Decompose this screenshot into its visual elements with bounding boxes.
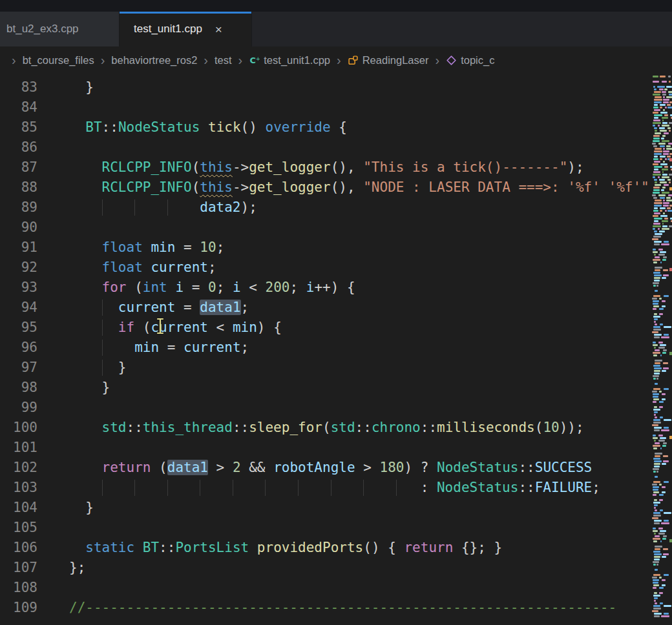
code-token: providedPorts — [257, 540, 363, 555]
code-token: :: — [518, 480, 534, 495]
code-line-content: RCLCPP_INFO(this->get_logger(), "This is… — [69, 158, 584, 178]
line-number[interactable]: 104 — [0, 498, 37, 518]
line-number[interactable]: 106 — [0, 538, 37, 558]
code-token: NodeStatus — [118, 119, 200, 135]
line-number[interactable]: 96 — [0, 338, 37, 358]
code-token: 2 — [233, 460, 241, 475]
line-number[interactable]: 109 — [0, 598, 37, 618]
code-line[interactable]: 107}; — [0, 558, 672, 578]
code-token: ); — [241, 200, 257, 215]
line-number[interactable]: 83 — [0, 77, 37, 97]
indent-guide — [200, 480, 200, 496]
line-number[interactable]: 89 — [0, 198, 37, 218]
line-number[interactable]: 108 — [0, 578, 37, 598]
code-line[interactable]: 105 — [0, 518, 672, 538]
tab-test_unit1[interactable]: test_unit1.cpp × — [120, 12, 252, 46]
code-token: return — [404, 540, 453, 555]
code-line[interactable]: 106 static BT::PortsList providedPorts()… — [0, 538, 672, 558]
code-line[interactable]: 104 } — [0, 498, 672, 518]
line-number[interactable]: 100 — [0, 418, 37, 438]
chevron-right-icon: › — [204, 54, 208, 67]
code-line[interactable]: 87 RCLCPP_INFO(this->get_logger(), "This… — [0, 158, 672, 178]
code-token: ( — [535, 420, 543, 435]
indent-guide — [102, 200, 103, 216]
editor[interactable]: 83 }8485 BT::NodeStatus tick() override … — [0, 74, 672, 625]
code-line[interactable]: 98 } — [0, 378, 672, 398]
code-token: //--------------------------------------… — [69, 600, 616, 615]
breadcrumb-item-bt-course-files[interactable]: bt_course_files — [23, 54, 94, 67]
breadcrumb-item-test-unit1-cpp[interactable]: C+test_unit1.cpp — [249, 54, 330, 67]
code-token: : — [421, 480, 437, 495]
line-number[interactable]: 102 — [0, 458, 37, 478]
line-number[interactable]: 107 — [0, 558, 37, 578]
line-number[interactable]: 105 — [0, 518, 37, 538]
code-line[interactable]: 96 min = current; — [0, 338, 672, 358]
line-number[interactable]: 98 — [0, 378, 37, 398]
code-token: BT — [143, 540, 159, 555]
svg-text:C: C — [250, 56, 256, 65]
code-token: ; — [216, 240, 225, 255]
breadcrumb-item-behaviortree-ros2[interactable]: behaviortree_ros2 — [111, 54, 197, 67]
code-line[interactable]: 101 — [0, 438, 672, 458]
code-line[interactable]: 109//-----------------------------------… — [0, 598, 672, 618]
code-token: }; — [69, 560, 85, 575]
line-number[interactable]: 91 — [0, 238, 37, 258]
code-line[interactable]: 86 — [0, 138, 672, 158]
code-line[interactable]: 94 current = data1; — [0, 298, 672, 318]
code-line[interactable]: 97 } — [0, 358, 672, 378]
code-line[interactable]: 100 std::this_thread::sleep_for(std::chr… — [0, 418, 672, 438]
tab-close-icon[interactable]: × — [213, 23, 225, 36]
code-token — [167, 280, 176, 295]
breadcrumb-item-readinglaser[interactable]: ReadingLaser — [348, 54, 429, 67]
code-line[interactable]: 93 for (int i = 0; i < 200; i++) { — [0, 278, 672, 298]
code-line-content: float current; — [69, 258, 216, 278]
code-token: )); — [560, 420, 584, 435]
line-number[interactable]: 87 — [0, 158, 37, 178]
code-line[interactable]: 90 — [0, 218, 672, 238]
line-number[interactable]: 86 — [0, 138, 37, 158]
code-line[interactable]: 103 : NodeStatus::FAILURE; — [0, 478, 672, 498]
code-line[interactable]: 92 float current; — [0, 258, 672, 278]
chevron-right-icon: › — [101, 54, 105, 67]
code-line[interactable]: 99 — [0, 398, 672, 418]
line-number[interactable]: 92 — [0, 258, 37, 278]
code-token: static — [85, 540, 134, 555]
code-token: ( — [151, 460, 167, 475]
line-number[interactable]: 90 — [0, 218, 37, 238]
minimap-line — [651, 522, 672, 525]
code-line[interactable]: 88 RCLCPP_INFO(this->get_logger(), "NODE… — [0, 178, 672, 198]
code-line[interactable]: 83 } — [0, 77, 672, 97]
line-number[interactable]: 101 — [0, 438, 37, 458]
minimap[interactable] — [651, 74, 672, 625]
line-number[interactable]: 103 — [0, 478, 37, 498]
code-line[interactable]: 89 data2); — [0, 198, 672, 218]
code-token: && — [241, 460, 274, 475]
code-line-content: static BT::PortsList providedPorts() { r… — [69, 538, 502, 558]
overview-ruler-mark — [669, 352, 672, 355]
breadcrumb-item-topic-c[interactable]: topic_c — [446, 54, 494, 67]
line-number[interactable]: 85 — [0, 118, 37, 138]
line-number[interactable]: 84 — [0, 97, 37, 118]
minimap-line — [651, 243, 672, 246]
code-line[interactable]: 91 float min = 10; — [0, 238, 672, 258]
code-line[interactable]: 84 — [0, 97, 672, 118]
breadcrumb-item-test[interactable]: test — [215, 54, 232, 67]
code-token: () — [241, 119, 266, 135]
code-token: } — [102, 380, 110, 395]
line-number[interactable]: 93 — [0, 278, 37, 298]
minimap-line — [651, 336, 672, 339]
code-line-content: RCLCPP_INFO(this->get_logger(), "NODE : … — [69, 178, 649, 198]
code-line[interactable]: 85 BT::NodeStatus tick() override { — [0, 118, 672, 138]
code-line[interactable]: 102 return (data1 > 2 && robotAngle > 18… — [0, 458, 672, 478]
code-line[interactable]: 95 if (current < min) { — [0, 318, 672, 338]
line-number[interactable]: 94 — [0, 298, 37, 318]
tab-bt_u2_ex3[interactable]: bt_u2_ex3.cpp — [0, 12, 120, 46]
line-number[interactable]: 99 — [0, 398, 37, 418]
code-line[interactable]: 108 — [0, 578, 672, 598]
code-line-content: BT::NodeStatus tick() override { — [69, 118, 347, 138]
indent-guide — [265, 480, 266, 496]
code-area[interactable]: 83 }8485 BT::NodeStatus tick() override … — [0, 77, 672, 618]
line-number[interactable]: 88 — [0, 178, 37, 198]
line-number[interactable]: 95 — [0, 318, 37, 338]
line-number[interactable]: 97 — [0, 358, 37, 378]
